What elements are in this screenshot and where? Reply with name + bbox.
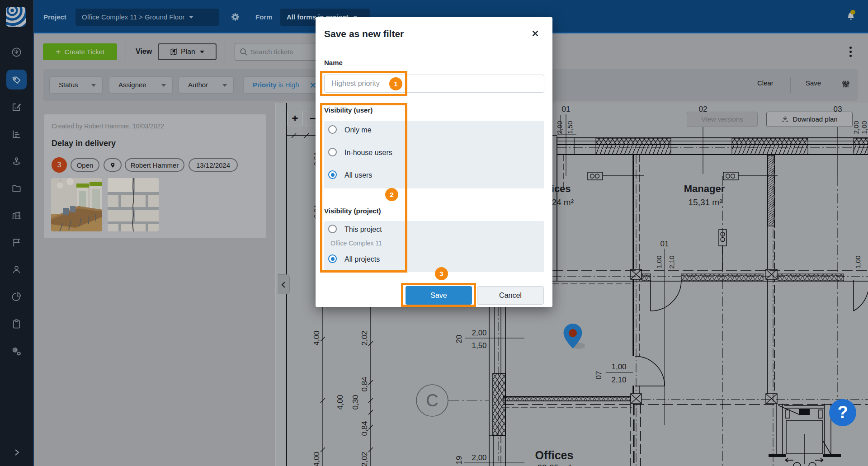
svg-text:2,02: 2,02: [360, 330, 369, 345]
svg-text:01: 01: [660, 240, 669, 248]
svg-text:2,10: 2,10: [611, 376, 626, 384]
svg-text:2,00: 2,00: [556, 121, 563, 134]
svg-text:1,00: 1,00: [655, 255, 663, 268]
svg-text:1,50: 1,50: [566, 121, 574, 134]
svg-text:15,31 m²: 15,31 m²: [689, 198, 722, 207]
svg-text:0,84: 0,84: [360, 377, 369, 391]
svg-text:4,00: 4,00: [312, 330, 321, 345]
svg-text:4,00: 4,00: [336, 395, 344, 410]
svg-text:1,00: 1,00: [860, 121, 868, 134]
svg-text:2,00: 2,00: [472, 453, 486, 462]
svg-text:01: 01: [562, 105, 571, 113]
svg-text:2,00: 2,00: [852, 121, 860, 134]
svg-text:Manager: Manager: [684, 183, 725, 194]
svg-text:0,30: 0,30: [351, 395, 360, 410]
svg-text:0,84: 0,84: [360, 421, 369, 436]
svg-text:2,10: 2,10: [668, 255, 675, 268]
svg-text:2,02: 2,02: [360, 452, 369, 466]
svg-text:1,00: 1,00: [854, 255, 862, 268]
svg-text:07: 07: [594, 371, 603, 380]
svg-text:23,05 m²: 23,05 m²: [538, 463, 571, 466]
svg-text:C: C: [426, 391, 438, 410]
svg-text:20: 20: [455, 335, 463, 344]
svg-text:1,50: 1,50: [472, 341, 486, 350]
svg-text:Offices: Offices: [535, 449, 574, 461]
svg-text:2,00: 2,00: [472, 329, 486, 337]
svg-text:4,00: 4,00: [312, 452, 321, 466]
svg-text:1,00: 1,00: [611, 362, 626, 371]
svg-text:19: 19: [455, 456, 463, 465]
